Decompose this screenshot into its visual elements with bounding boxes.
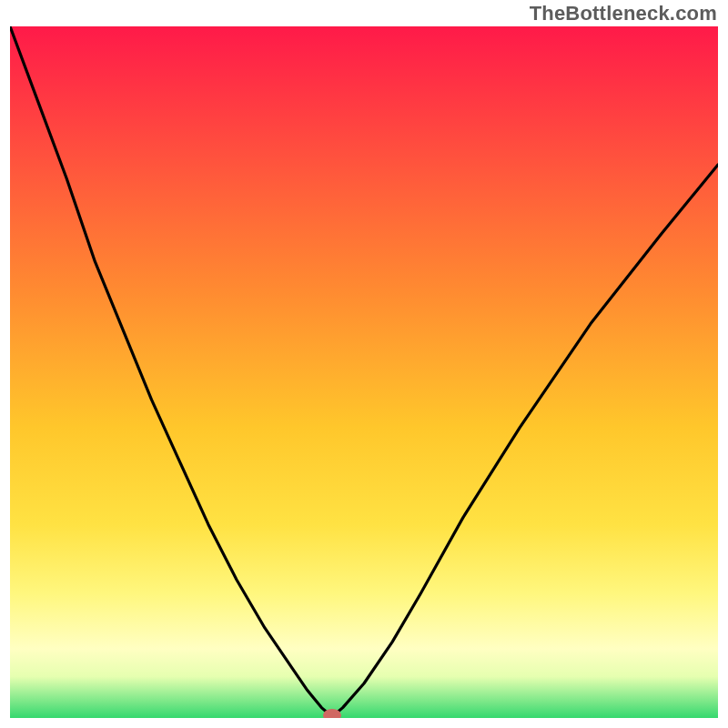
image-frame: TheBottleneck.com	[0, 0, 728, 728]
chart-svg	[10, 26, 718, 718]
chart-plot-area	[10, 26, 718, 718]
attribution-text: TheBottleneck.com	[530, 2, 717, 25]
bottleneck-curve	[10, 26, 718, 716]
